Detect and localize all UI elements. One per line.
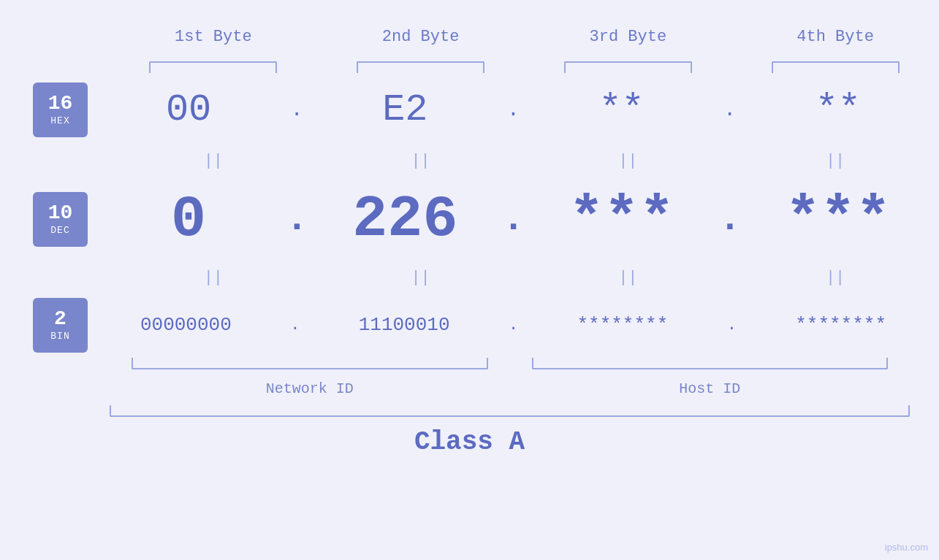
network-bottom-bracket — [132, 358, 488, 369]
dec-badge-num: 10 — [48, 202, 73, 225]
eq1-3: || — [525, 152, 732, 170]
hex-dot-3: . — [715, 99, 745, 121]
eq2-2: || — [317, 269, 525, 287]
bracket-2 — [357, 61, 484, 73]
overall-bottom-bracket — [110, 405, 910, 417]
bracket-4 — [772, 61, 900, 73]
bin-dot-3: . — [717, 316, 746, 334]
eq2-3: || — [525, 269, 732, 287]
dec-val-3: *** — [528, 186, 715, 253]
bin-val-2: 11100010 — [310, 314, 499, 336]
eq1-1: || — [110, 152, 317, 170]
bin-val-4: ******** — [746, 314, 935, 336]
hex-badge-num: 16 — [48, 93, 73, 115]
byte2-header: 2nd Byte — [317, 28, 525, 46]
hex-dot-1: . — [282, 99, 311, 121]
byte3-header: 3rd Byte — [525, 28, 732, 46]
eq2-4: || — [731, 269, 939, 287]
hex-val-3: ** — [528, 88, 715, 131]
byte4-header: 4th Byte — [731, 28, 939, 46]
watermark: ipshu.com — [885, 542, 928, 553]
dec-val-2: 226 — [311, 186, 498, 253]
host-bottom-bracket — [532, 358, 889, 369]
dec-val-1: 0 — [95, 186, 282, 253]
top-brackets — [110, 58, 939, 73]
network-id-label: Network ID — [110, 380, 510, 397]
bin-badge-label: BIN — [50, 331, 69, 342]
eq1-4: || — [731, 152, 939, 170]
byte-headers-row: 1st Byte 2nd Byte 3rd Byte 4th Byte — [110, 15, 939, 58]
dec-val-4: *** — [745, 186, 932, 253]
bin-val-1: 00000000 — [91, 314, 281, 336]
overall-bracket-row — [110, 405, 910, 420]
dec-dot-1: . — [282, 198, 311, 241]
dec-dot-2: . — [499, 198, 528, 241]
bin-dot-2: . — [499, 316, 528, 334]
dec-badge-label: DEC — [50, 225, 69, 236]
hex-badge-label: HEX — [50, 115, 69, 126]
class-row: Class A — [0, 420, 939, 464]
equals-row-2: || || || || — [110, 263, 939, 292]
dec-badge: 10 DEC — [33, 192, 88, 247]
id-labels-row: Network ID Host ID — [110, 372, 910, 405]
main-container: 1st Byte 2nd Byte 3rd Byte 4th Byte 16 H… — [0, 0, 939, 560]
bracket-3 — [564, 61, 692, 73]
host-id-label: Host ID — [510, 380, 911, 397]
eq1-2: || — [317, 152, 525, 170]
class-label: Class A — [414, 427, 525, 457]
hex-val-2: E2 — [311, 88, 498, 131]
bin-badge-num: 2 — [54, 308, 66, 331]
bin-badge: 2 BIN — [33, 298, 88, 353]
bin-dot-1: . — [281, 316, 310, 334]
hex-badge: 16 HEX — [33, 83, 88, 137]
byte1-header: 1st Byte — [110, 28, 317, 46]
bottom-brackets — [110, 358, 910, 372]
bracket-1 — [149, 61, 277, 73]
equals-row-1: || || || || — [110, 146, 939, 175]
hex-val-1: 00 — [95, 88, 282, 131]
dec-dot-3: . — [715, 198, 745, 241]
hex-val-4: ** — [745, 88, 932, 131]
bin-val-3: ******** — [528, 314, 718, 336]
eq2-1: || — [110, 269, 317, 287]
hex-dot-2: . — [499, 99, 528, 121]
